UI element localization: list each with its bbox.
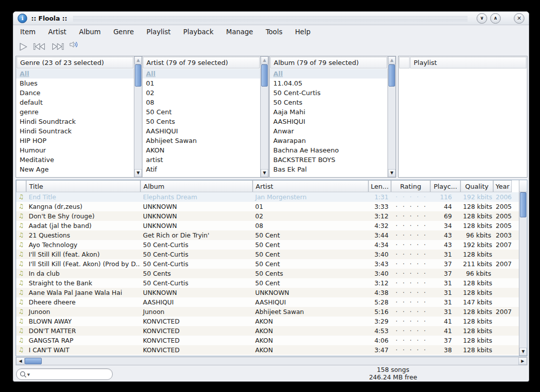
album-list-item[interactable]: Bachna Ae Haseeno <box>270 145 388 155</box>
search-box[interactable]: ▼ <box>16 368 113 380</box>
horizontal-scrollbar-track[interactable] <box>42 357 518 365</box>
artist-list-item[interactable]: artist <box>142 155 260 165</box>
menu-item-artist[interactable]: Artist <box>48 28 66 36</box>
song-row[interactable]: ♫Don't Be Shy (rouge)UNKNOWN023:12· · · … <box>16 211 519 221</box>
artist-list-item[interactable]: AKON <box>142 145 260 155</box>
album-list-item[interactable]: Aaja Mahi <box>270 107 388 117</box>
scroll-left-button[interactable]: ◀ <box>16 357 25 365</box>
menu-item-album[interactable]: Album <box>79 28 101 36</box>
genre-list-item[interactable]: Hindi Sountrack <box>16 126 134 136</box>
playlist-icon-column-header[interactable] <box>399 57 410 68</box>
song-row[interactable]: ♫Aadat (jal the band)UNKNOWN084:32· · · … <box>16 221 519 230</box>
album-list-item[interactable]: 11.04.05 <box>270 79 388 88</box>
album-list-item[interactable]: Bas Ek Pal <box>270 165 388 174</box>
search-input[interactable] <box>31 370 109 379</box>
songs-table-horizontal-scrollbar[interactable]: ◀ ▶ <box>16 357 527 365</box>
song-row[interactable]: ♫I'll Still Kill (Feat. Akon) (Prod by D… <box>16 259 519 269</box>
scroll-down-button[interactable]: ▼ <box>519 348 527 356</box>
album-list-item[interactable]: AASHIQUI <box>270 117 388 126</box>
next-track-button[interactable] <box>51 41 64 53</box>
volume-button[interactable] <box>69 39 79 51</box>
scrollbar-track[interactable] <box>519 217 527 348</box>
scroll-up-button[interactable]: ▲ <box>388 56 396 64</box>
menu-item-tools[interactable]: Tools <box>266 28 282 36</box>
song-row[interactable]: ♫Ayo Technology50 Cent-Curtis50 Cent4:34… <box>16 240 519 250</box>
song-row[interactable]: ♫DON'T MATTERKONVICTEDAKON4:53· · · · ·4… <box>16 326 519 336</box>
genre-list-item[interactable]: Blues <box>16 79 134 88</box>
minimize-button[interactable]: ∨ <box>477 13 487 24</box>
artist-list-item[interactable]: AASHIQUI <box>142 126 260 136</box>
scrollbar-track[interactable] <box>388 87 396 169</box>
song-row[interactable]: ♫BLOWN AWAYKONVICTEDAKON3:29· · · · ·411… <box>16 317 519 326</box>
artist-scrollbar[interactable]: ▲▼ <box>260 56 268 177</box>
artist-list-item[interactable]: 02 <box>142 88 260 98</box>
scroll-down-button[interactable]: ▼ <box>261 169 268 177</box>
genre-list-item[interactable]: All <box>16 69 134 79</box>
column-header-icon[interactable] <box>16 180 26 192</box>
artist-panel-header[interactable]: Artist (79 of 79 selected) <box>143 57 260 68</box>
song-row[interactable]: ♫In da club50 Cents50 Cents3:40· · · · ·… <box>16 269 519 278</box>
column-header-rating[interactable]: Rating <box>391 180 430 192</box>
maximize-button[interactable]: ∧ <box>490 13 501 24</box>
album-list-item[interactable]: 50 Cents <box>270 98 388 107</box>
scrollbar-thumb[interactable] <box>520 192 526 217</box>
scrollbar-thumb[interactable] <box>261 64 268 87</box>
scrollbar-track[interactable] <box>134 87 142 169</box>
scrollbar-thumb[interactable] <box>389 64 395 87</box>
previous-track-button[interactable] <box>33 41 46 53</box>
column-header-len[interactable]: Len... <box>368 180 391 192</box>
scrollbar-track[interactable] <box>261 87 268 169</box>
songs-table-scrollbar[interactable]: ▼ <box>519 180 527 356</box>
menu-item-item[interactable]: Item <box>20 28 36 36</box>
genre-list-item[interactable]: Hindi Soundtrack <box>16 117 134 126</box>
scrollbar-thumb[interactable] <box>135 64 141 87</box>
song-row[interactable]: ♫I'll Still Kill (feat. Akon)50 Cent-Cur… <box>16 250 519 259</box>
genre-scrollbar[interactable]: ▲▼ <box>134 56 142 177</box>
genre-list-item[interactable]: Meditative <box>16 155 134 165</box>
menu-item-playlist[interactable]: Playlist <box>146 28 171 36</box>
menu-item-genre[interactable]: Genre <box>113 28 134 36</box>
album-list-item[interactable]: 50 Cent-Curtis <box>270 88 388 98</box>
column-header-artist[interactable]: Artist <box>253 180 368 192</box>
column-header-title[interactable]: Title <box>26 180 140 192</box>
genre-list-item[interactable]: HIP HOP <box>16 136 134 145</box>
artist-list-item[interactable]: Atif <box>142 165 260 174</box>
scroll-up-button[interactable]: ▲ <box>261 56 268 64</box>
artist-list-item[interactable]: All <box>142 69 260 79</box>
genre-panel-header[interactable]: Genre (23 of 23 selected) <box>17 57 133 68</box>
column-header-year[interactable]: Year <box>493 180 512 192</box>
horizontal-scrollbar-thumb[interactable] <box>25 358 42 364</box>
album-scrollbar[interactable]: ▲▼ <box>388 56 396 177</box>
genre-list-item[interactable]: New Age <box>16 165 134 174</box>
song-row[interactable]: ♫Dheere dheereAASHIQUIAASHIQUI5:28· · · … <box>16 297 519 307</box>
album-list-item[interactable]: BACKSTREET BOYS <box>270 155 388 165</box>
artist-list-item[interactable]: 01 <box>142 79 260 88</box>
album-list-item[interactable]: All <box>270 69 388 79</box>
play-button[interactable] <box>18 41 28 53</box>
scroll-right-button[interactable]: ▶ <box>518 357 527 365</box>
song-row[interactable]: ♫GANGSTA RAPKONVICTEDAKON4:06· · · · ·37… <box>16 336 519 345</box>
menu-item-help[interactable]: Help <box>295 28 311 36</box>
genre-list-item[interactable]: default <box>16 98 134 107</box>
close-button[interactable]: ✕ <box>514 13 524 24</box>
song-row[interactable]: ♫End TitleElephants DreamJan Morgenstern… <box>16 192 519 202</box>
scroll-up-button[interactable]: ▲ <box>134 56 142 64</box>
column-header-quality[interactable]: Quality <box>460 180 493 192</box>
title-bar[interactable]: i :: Floola :: ∨ ∧ ✕ <box>13 12 529 25</box>
column-header-album[interactable]: Album <box>140 180 253 192</box>
playlist-list[interactable] <box>399 69 527 177</box>
album-list-item[interactable]: Anwar <box>270 126 388 136</box>
scroll-down-button[interactable]: ▼ <box>388 169 396 177</box>
song-row[interactable]: ♫21 QuestionsGet Rich or Die Tryin'50 Ce… <box>16 230 519 240</box>
song-row[interactable]: ♫I CAN'T WAITKONVICTEDAKON3:47· · · · ·3… <box>16 345 519 355</box>
scroll-down-button[interactable]: ▼ <box>134 169 142 177</box>
menu-item-manage[interactable]: Manage <box>226 28 253 36</box>
song-row[interactable]: ♫Straight to the Bank50 Cent-Curtis50 Ce… <box>16 278 519 288</box>
artist-list-item[interactable]: 50 Cents <box>142 117 260 126</box>
artist-list-item[interactable]: 50 Cent <box>142 107 260 117</box>
genre-list-item[interactable]: Dance <box>16 88 134 98</box>
album-list-item[interactable]: Awarapan <box>270 136 388 145</box>
artist-list-item[interactable]: Abhijeet Sawan <box>142 136 260 145</box>
song-row[interactable]: ♫JunoonJunoonAbhijeet Sawan5:16· · · · ·… <box>16 307 519 317</box>
genre-list-item[interactable]: genre <box>16 107 134 117</box>
